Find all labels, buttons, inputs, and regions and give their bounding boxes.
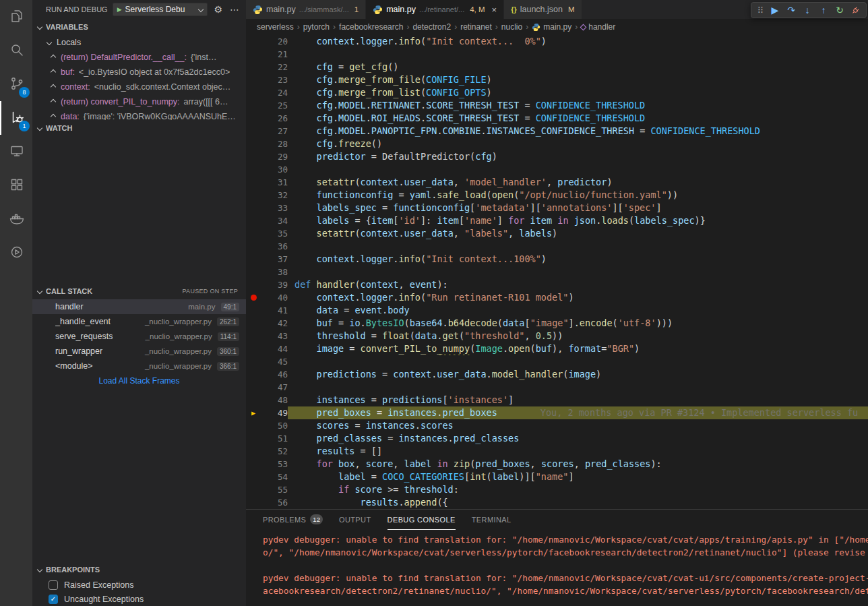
editor-tab[interactable]: main.py.../retinanet/...4, M×	[366, 0, 504, 19]
glyph-margin[interactable]	[246, 419, 261, 432]
glyph-margin[interactable]	[246, 35, 261, 48]
glyph-margin[interactable]	[246, 445, 261, 458]
locals-scope-row[interactable]: Locals	[32, 35, 246, 50]
variables-section-header[interactable]: VARIABLES	[32, 19, 246, 35]
restart-button[interactable]: ↻	[832, 3, 847, 18]
code-line-content[interactable]: data = event.body	[288, 304, 868, 317]
code-line-content[interactable]: image = convert_PIL_to_numpy(Image.open(…	[288, 342, 868, 355]
breadcrumb-item[interactable]: handler	[581, 22, 615, 32]
stack-frame[interactable]: _handle_event_nuclio_wrapper.py262:1	[32, 314, 246, 329]
glyph-margin[interactable]	[246, 278, 261, 291]
activity-bar-item-test-explorer[interactable]	[0, 236, 32, 270]
panel-tab-problems[interactable]: PROBLEMS12	[263, 510, 323, 530]
code-line-content[interactable]: pred_boxes = instances.pred_boxesYou, 2 …	[288, 406, 868, 419]
code-line-content[interactable]: cfg.MODEL.RETINANET.SCORE_THRESH_TEST = …	[288, 99, 868, 112]
panel-tab-terminal[interactable]: TERMINAL	[472, 510, 512, 530]
glyph-margin[interactable]	[246, 317, 261, 330]
code-line-content[interactable]: cfg.MODEL.ROI_HEADS.SCORE_THRESH_TEST = …	[288, 112, 868, 125]
start-debug-icon[interactable]: ▶	[117, 6, 122, 13]
code-line-content[interactable]: threshold = float(data.get("threshold", …	[288, 330, 868, 342]
activity-bar-item-extensions[interactable]	[0, 169, 32, 202]
code-line-content[interactable]	[288, 163, 868, 176]
step-over-button[interactable]: ↷	[784, 3, 799, 18]
code-line-content[interactable]	[288, 381, 868, 394]
code-line-content[interactable]: predictions = context.user_data.model_ha…	[288, 368, 868, 381]
code-line-content[interactable]: for box, score, label in zip(pred_boxes,…	[288, 458, 868, 471]
glyph-margin[interactable]	[246, 189, 261, 202]
breadcrumb-item[interactable]: nuclio	[501, 22, 522, 32]
more-actions-icon[interactable]: ⋯	[228, 4, 241, 15]
editor-tab[interactable]: main.py.../siammask/...1	[246, 0, 366, 19]
code-editor[interactable]: 20 context.logger.info("Init context... …	[246, 35, 868, 509]
call-stack-section-header[interactable]: CALL STACK PAUSED ON STEP	[32, 283, 246, 299]
code-line-content[interactable]: buf = io.BytesIO(base64.b64decode(data["…	[288, 317, 868, 330]
code-line-content[interactable]	[288, 48, 868, 61]
disconnect-button[interactable]	[848, 3, 863, 18]
activity-bar-item-explorer[interactable]	[0, 0, 32, 34]
stack-frame[interactable]: run_wrapper_nuclio_wrapper.py360:1	[32, 344, 246, 359]
code-line-content[interactable]: cfg.MODEL.PANOPTIC_FPN.COMBINE.INSTANCES…	[288, 125, 868, 138]
glyph-margin[interactable]	[246, 266, 261, 278]
editor-tab[interactable]: {}launch.jsonM	[504, 0, 582, 19]
glyph-margin[interactable]	[246, 432, 261, 445]
stack-frame[interactable]: handlermain.py49:1	[32, 299, 246, 314]
code-line-content[interactable]: functionconfig = yaml.safe_load(open("/o…	[288, 189, 868, 202]
code-line-content[interactable]: def handler(context, event):	[288, 278, 868, 291]
code-line-content[interactable]: context.logger.info("Run retinanet-R101 …	[288, 291, 868, 304]
activity-bar-item-remote-explorer[interactable]	[0, 135, 32, 169]
glyph-margin[interactable]	[246, 483, 261, 496]
current-line-arrow-icon[interactable]: ▶	[246, 406, 261, 419]
variable-row[interactable]: context:<nuclio_sdk.context.Context obje…	[32, 80, 246, 94]
code-line-content[interactable]: labels_spec = functionconfig['metadata']…	[288, 202, 868, 214]
code-line-content[interactable]: cfg.merge_from_file(CONFIG_FILE)	[288, 73, 868, 86]
stack-frame[interactable]: <module>_nuclio_wrapper.py366:1	[32, 359, 246, 373]
breadcrumb-item[interactable]: facebookresearch	[339, 22, 403, 32]
glyph-margin[interactable]	[246, 138, 261, 150]
code-line-content[interactable]: results.append({	[288, 496, 868, 509]
glyph-margin[interactable]	[246, 202, 261, 214]
glyph-margin[interactable]	[246, 394, 261, 406]
code-line-content[interactable]: cfg.freeze()	[288, 138, 868, 150]
glyph-margin[interactable]	[246, 227, 261, 240]
breakpoints-section-header[interactable]: BREAKPOINTS	[32, 562, 246, 578]
panel-tab-output[interactable]: OUTPUT	[339, 510, 371, 530]
glyph-margin[interactable]	[246, 304, 261, 317]
breadcrumb-item[interactable]: serverless	[257, 22, 294, 32]
breadcrumb-item[interactable]: pytorch	[303, 22, 330, 32]
code-line-content[interactable]: cfg.merge_from_list(CONFIG_OPTS)	[288, 86, 868, 99]
glyph-margin[interactable]	[246, 163, 261, 176]
glyph-margin[interactable]	[246, 73, 261, 86]
glyph-margin[interactable]	[246, 355, 261, 368]
code-line-content[interactable]: label = COCO_CATEGORIES[int(label)]["nam…	[288, 471, 868, 483]
breakpoint-item[interactable]: Raised Exceptions	[32, 578, 246, 592]
glyph-margin[interactable]	[246, 61, 261, 73]
code-line-content[interactable]	[288, 355, 868, 368]
watch-section-header[interactable]: WATCH	[32, 120, 246, 136]
load-all-stack-frames-link[interactable]: Load All Stack Frames	[32, 373, 246, 388]
glyph-margin[interactable]	[246, 214, 261, 227]
breadcrumb-item[interactable]: detectron2	[412, 22, 451, 32]
glyph-margin[interactable]	[246, 99, 261, 112]
glyph-margin[interactable]	[246, 176, 261, 189]
variable-row[interactable]: (return) DefaultPredictor.__call__:{'ins…	[32, 50, 246, 65]
launch-config-dropdown[interactable]: ▶ Serverless Debu	[113, 3, 208, 16]
glyph-margin[interactable]	[246, 496, 261, 509]
code-line-content[interactable]: setattr(context.user_data, 'model_handle…	[288, 176, 868, 189]
glyph-margin[interactable]	[246, 458, 261, 471]
gear-icon[interactable]: ⚙	[212, 4, 224, 15]
breadcrumb-item[interactable]: main.py	[532, 22, 571, 32]
panel-tab-debug-console[interactable]: DEBUG CONSOLE	[388, 510, 456, 530]
code-line-content[interactable]: if score >= threshold:	[288, 483, 868, 496]
code-line-content[interactable]: scores = instances.scores	[288, 419, 868, 432]
glyph-margin[interactable]	[246, 112, 261, 125]
code-line-content[interactable]: results = []	[288, 445, 868, 458]
code-line-content[interactable]: context.logger.info("Init context... 0%"…	[288, 35, 868, 48]
activity-bar-item-run-and-debug[interactable]: 1	[0, 101, 32, 135]
code-line-content[interactable]: cfg = get_cfg()	[288, 61, 868, 73]
glyph-margin[interactable]	[246, 342, 261, 355]
activity-bar-item-source-control[interactable]: 8	[0, 67, 32, 101]
stack-frame[interactable]: serve_requests_nuclio_wrapper.py114:1	[32, 329, 246, 344]
step-out-button[interactable]: ↑	[816, 3, 831, 18]
glyph-margin[interactable]	[246, 253, 261, 266]
code-line-content[interactable]: pred_classes = instances.pred_classes	[288, 432, 868, 445]
